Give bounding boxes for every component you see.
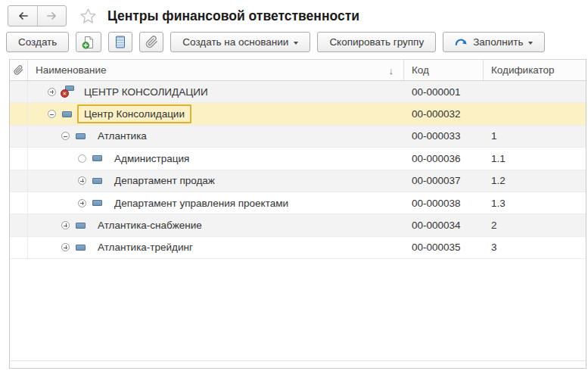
attachments-cell [10, 170, 28, 192]
name-cell[interactable]: ✕ Центр Консолидации [28, 103, 404, 124]
attachments-cell [10, 103, 28, 124]
create-group-button[interactable] [76, 32, 101, 52]
name-value-box: Атлантика-снабжение [91, 216, 209, 235]
page-title: Центры финансовой ответственности [107, 8, 359, 24]
group-icon: ✕ [91, 175, 104, 187]
name-cell[interactable]: ✕ Атлантика-снабжение [28, 214, 404, 235]
group-icon: ✕ [91, 152, 104, 164]
back-button[interactable] [8, 6, 37, 26]
codifier-column-header[interactable]: Кодификатор [484, 60, 586, 80]
attachments-cell [10, 214, 28, 235]
list-icon [115, 36, 126, 48]
row-code[interactable]: 00-000032 [404, 103, 484, 124]
attachments-cell [10, 81, 28, 102]
row-name: Департамент продаж [114, 175, 215, 186]
row-name: Центр Консолидации [84, 108, 185, 120]
row-codifier[interactable]: 3 [484, 237, 586, 258]
fill-button[interactable]: Заполнить [443, 32, 545, 52]
arrow-right-icon [46, 11, 58, 20]
row-code[interactable]: 00-000038 [404, 192, 484, 214]
paperclip-icon [14, 65, 23, 75]
table-row[interactable]: ✕ Атлантика-трейдинг 00-000035 3 [10, 237, 586, 259]
group-icon: ✕ [74, 242, 88, 254]
row-codifier[interactable]: 1 [484, 126, 586, 147]
chevron-down-icon [294, 42, 298, 45]
group-deleted-icon: ✕ [61, 86, 74, 98]
attachments-cell [10, 237, 28, 258]
expander-icon[interactable] [48, 88, 56, 96]
name-cell[interactable]: ✕ Департамент продаж [28, 170, 404, 192]
name-value-box: Атлантика [91, 126, 154, 145]
row-codifier[interactable]: 1.2 [484, 170, 586, 192]
arrow-left-icon [17, 11, 29, 20]
create-based-on-label: Создать на основании [182, 36, 288, 48]
row-codifier[interactable] [484, 81, 586, 102]
expander-icon[interactable] [61, 221, 70, 229]
name-cell[interactable]: ✕ ЦЕНТР КОНСОЛИДАЦИИ [28, 81, 404, 102]
favorite-star-icon[interactable] [79, 8, 97, 24]
table-row[interactable]: ✕ Центр Консолидации 00-000032 [10, 103, 586, 125]
name-cell[interactable]: ✕ Атлантика [28, 126, 404, 147]
table-row[interactable]: ✕ Департамент продаж 00-000037 1.2 [10, 170, 586, 192]
row-code[interactable]: 00-000001 [404, 81, 484, 102]
table-row[interactable]: ✕ Атлантика 00-000033 1 [10, 126, 586, 148]
expander-icon[interactable] [78, 176, 86, 185]
name-cell[interactable]: ✕ Администрация [28, 148, 404, 169]
name-column-header[interactable]: Наименование ↓ [28, 60, 404, 80]
toolbar: Создать Создать на основании Скопировать [6, 32, 545, 52]
copy-group-button[interactable]: Скопировать группу [317, 32, 436, 52]
row-name: ЦЕНТР КОНСОЛИДАЦИИ [84, 86, 208, 98]
name-cell[interactable]: ✕ Департамент управления проектами [28, 192, 404, 214]
paperclip-icon [145, 36, 158, 48]
row-code[interactable]: 00-000037 [404, 170, 484, 192]
name-column-label: Наименование [36, 64, 107, 76]
name-value-box: Департамент управления проектами [107, 194, 295, 213]
create-button[interactable]: Создать [6, 32, 69, 52]
name-value-box: Центр Консолидации [77, 104, 191, 123]
row-name: Атлантика [98, 130, 147, 142]
fill-arrow-icon [455, 37, 468, 47]
row-name: Департамент управления проектами [114, 198, 288, 209]
row-code[interactable]: 00-000034 [404, 214, 484, 235]
row-name: Атлантика-снабжение [98, 220, 202, 231]
create-based-on-button[interactable]: Создать на основании [170, 32, 310, 52]
row-code[interactable]: 00-000036 [404, 148, 484, 169]
expander-icon[interactable] [78, 199, 86, 207]
row-codifier[interactable]: 1.3 [484, 192, 586, 214]
name-value-box: Администрация [107, 149, 196, 168]
table-row[interactable]: ✕ Атлантика-снабжение 00-000034 2 [10, 214, 586, 236]
group-icon: ✕ [61, 108, 74, 120]
attachments-button[interactable] [139, 32, 163, 52]
attachments-cell [10, 126, 28, 147]
table-row[interactable]: ✕ Администрация 00-000036 1.1 [10, 148, 586, 170]
row-name: Администрация [114, 153, 189, 164]
forward-button[interactable] [37, 6, 66, 26]
expander-icon[interactable] [61, 243, 70, 251]
table: Наименование ↓ Код Кодификатор ✕ ЦЕНТР К… [9, 59, 586, 369]
attachments-cell [10, 192, 28, 214]
group-icon: ✕ [91, 197, 104, 209]
code-column-header[interactable]: Код [404, 60, 484, 80]
row-codifier[interactable]: 2 [484, 214, 586, 235]
group-icon: ✕ [74, 220, 88, 232]
horizontal-scrollbar[interactable] [10, 360, 586, 368]
titlebar: Центры финансовой ответственности [8, 5, 359, 26]
name-cell[interactable]: ✕ Атлантика-трейдинг [28, 237, 404, 258]
expander-icon[interactable] [61, 132, 70, 140]
expander-icon[interactable] [48, 110, 56, 118]
row-code[interactable]: 00-000035 [404, 237, 484, 258]
attachments-column-header[interactable] [10, 60, 28, 80]
table-row[interactable]: ✕ ЦЕНТР КОНСОЛИДАЦИИ 00-000001 [10, 81, 586, 103]
expander-icon[interactable] [78, 154, 86, 163]
table-body: ✕ ЦЕНТР КОНСОЛИДАЦИИ 00-000001 ✕ Центр К… [10, 81, 586, 360]
group-icon: ✕ [74, 130, 88, 142]
new-group-document-icon [82, 36, 95, 49]
name-value-box: Департамент продаж [107, 171, 222, 190]
row-code[interactable]: 00-000033 [404, 126, 484, 147]
nav-buttons [8, 5, 67, 26]
row-name: Атлантика-трейдинг [98, 242, 193, 253]
table-row[interactable]: ✕ Департамент управления проектами 00-00… [10, 192, 586, 214]
list-settings-button[interactable] [108, 32, 132, 52]
row-codifier[interactable]: 1.1 [484, 148, 586, 169]
row-codifier[interactable] [484, 103, 586, 124]
